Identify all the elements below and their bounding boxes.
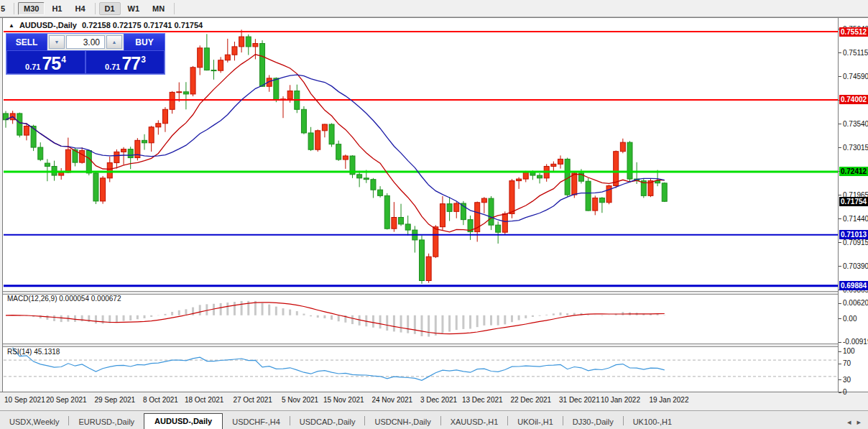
chart-tab-usdcad-daily[interactable]: USDCAD-,Daily — [290, 415, 365, 429]
price-axis-tick-label: 0.71440 — [843, 215, 868, 223]
chart-header: ▲ AUDUSD-,Daily 0.72158 0.72175 0.71741 … — [9, 21, 203, 29]
macd-axis-tick-mark — [839, 342, 841, 343]
timeframe-button-h4[interactable]: H4 — [69, 2, 91, 15]
date-axis-label: 5 Nov 2021 — [282, 396, 318, 404]
price-flag: 0.69884 — [839, 281, 868, 290]
date-axis-label: 20 Sep 2021 — [46, 396, 87, 404]
volume-increase-button[interactable]: ▲ — [106, 35, 122, 49]
sell-price-pips: 75 — [42, 55, 60, 72]
toolbar-separator — [174, 3, 175, 14]
date-axis-label: 29 Sep 2021 — [94, 396, 135, 404]
date-axis-label: 24 Nov 2021 — [371, 396, 412, 404]
price-axis-tick-mark — [839, 147, 841, 148]
date-axis-label: 3 Dec 2021 — [420, 396, 457, 404]
price-axis-tick-label: 0.70390 — [843, 262, 868, 270]
buy-price-fraction: 3 — [141, 55, 146, 65]
buy-price-prefix: 0.71 — [105, 62, 120, 72]
buy-button[interactable]: BUY — [124, 34, 165, 50]
tab-scroll-right-icon[interactable]: ▸ — [857, 418, 861, 427]
chart-tab-ukoil-h1[interactable]: UKOil-,H1 — [508, 415, 563, 429]
price-flag: 0.71754 — [839, 197, 868, 206]
volume-decrease-button[interactable]: ▼ — [49, 35, 65, 49]
rsi-axis-tick-label: 70 — [843, 359, 851, 367]
macd-axis-tick-mark — [839, 303, 841, 304]
price-axis-tick-mark — [839, 195, 841, 195]
chart-tab-usdx-weekly[interactable]: USDX,Weekly — [0, 415, 68, 429]
chart-ohlc-values: 0.72158 0.72175 0.71741 0.71754 — [82, 21, 203, 29]
buy-price-display[interactable]: 0.71 77 3 — [86, 51, 165, 73]
date-axis[interactable]: 10 Sep 202120 Sep 202129 Sep 20218 Oct 2… — [0, 392, 868, 410]
price-axis-tick-label: 0.70915 — [843, 239, 868, 246]
date-axis-label: 15 Nov 2021 — [323, 396, 364, 404]
macd-panel-separator[interactable] — [3, 291, 868, 295]
macd-axis-tick-label: 0.006201 — [843, 299, 868, 307]
collapse-arrow-icon[interactable]: ▲ — [9, 22, 14, 29]
toolbar-separator — [95, 3, 96, 14]
price-axis[interactable]: 0.756400.751150.745900.740650.735400.730… — [839, 18, 868, 392]
price-axis-tick-mark — [839, 266, 841, 267]
sell-price-fraction: 4 — [61, 55, 66, 65]
price-axis-tick-mark — [839, 218, 841, 219]
chart-tab-bar: USDX,WeeklyEURUSD-,DailyAUDUSD-,DailyUSD… — [0, 410, 868, 429]
volume-stepper: ▼ 3.00 ▲ — [47, 34, 124, 50]
date-axis-label: 13 Dec 2021 — [462, 396, 503, 404]
price-axis-tick-mark — [839, 76, 841, 77]
price-axis-tick-mark — [839, 52, 841, 53]
sell-button[interactable]: SELL — [6, 34, 47, 50]
sell-price-prefix: 0.71 — [25, 62, 40, 72]
price-axis-tick-label: 0.73015 — [843, 144, 868, 152]
mt4-window: 5M30H1H4D1W1MN ▲ AUDUSD-,Daily 0.72158 0… — [0, 0, 868, 429]
price-axis-tick-label: 0.74590 — [843, 73, 868, 80]
macd-axis-tick-label: 0.00 — [843, 315, 857, 323]
tab-scroll-left-icon[interactable]: ◂ — [847, 418, 851, 427]
timeframe-button-m30[interactable]: M30 — [18, 2, 45, 15]
date-axis-label: 18 Oct 2021 — [185, 396, 223, 404]
rsi-axis-tick-mark — [839, 392, 841, 393]
timeframe-button-w1[interactable]: W1 — [122, 2, 146, 15]
rsi-axis-tick-mark — [839, 351, 841, 352]
chart-tab-xauusd-h1[interactable]: XAUUSD-,H1 — [441, 415, 508, 429]
price-axis-tick-label: 0.75115 — [843, 49, 868, 57]
rsi-axis-tick-label: 30 — [843, 376, 851, 384]
chart-tab-audusd-daily[interactable]: AUDUSD-,Daily — [144, 413, 223, 429]
tab-scroll-arrows: ◂▸ — [847, 418, 861, 427]
rsi-label: RSI(14) 45.1318 — [7, 348, 60, 356]
date-axis-label: 10 Sep 2021 — [4, 396, 45, 404]
price-axis-tick-mark — [839, 242, 841, 243]
price-flag: 0.72412 — [839, 167, 868, 176]
chart-tab-dj30-daily[interactable]: DJ30-,Daily — [563, 415, 623, 429]
toolbar-separator — [14, 3, 14, 14]
macd-axis-tick-mark — [839, 318, 841, 319]
volume-input[interactable]: 3.00 — [66, 35, 105, 49]
rsi-axis-tick-label: 100 — [843, 347, 855, 355]
date-axis-label: 22 Dec 2021 — [510, 396, 551, 404]
chart-tab-uk100-h1[interactable]: UK100-,H1 — [624, 415, 681, 429]
timeframe-button-h1[interactable]: H1 — [46, 2, 68, 15]
price-flag: 0.71013 — [839, 230, 868, 239]
timeframe-button-5[interactable]: 5 — [0, 2, 10, 15]
date-axis-label: 19 Jan 2022 — [649, 396, 688, 404]
rsi-axis-tick-label: 0 — [843, 388, 847, 396]
rsi-axis-tick-mark — [839, 364, 841, 364]
date-axis-label: 10 Jan 2022 — [601, 396, 640, 404]
chart-tab-usdcnh-daily[interactable]: USDCNH-,Daily — [365, 415, 440, 429]
price-axis-tick-mark — [839, 124, 841, 124]
chart-tab-usdchf-h4[interactable]: USDCHF-,H4 — [223, 415, 290, 429]
timeframe-toolbar: 5M30H1H4D1W1MN — [0, 0, 868, 17]
price-flag: 0.75512 — [839, 27, 868, 37]
chart-symbol-title: AUDUSD-,Daily — [19, 21, 77, 29]
rsi-panel-separator[interactable] — [3, 343, 868, 347]
price-axis-tick-label: 0.73540 — [843, 120, 868, 128]
sell-price-display[interactable]: 0.71 75 4 — [6, 51, 86, 73]
date-axis-label: 8 Oct 2021 — [143, 396, 178, 404]
date-axis-label: 31 Dec 2021 — [559, 396, 600, 404]
chart-tab-eurusd-daily[interactable]: EURUSD-,Daily — [69, 415, 144, 429]
rsi-axis-tick-mark — [839, 379, 841, 380]
buy-price-pips: 77 — [121, 55, 140, 72]
timeframe-button-d1[interactable]: D1 — [99, 2, 121, 15]
price-flag: 0.74002 — [839, 95, 868, 104]
trade-panel: SELL ▼ 3.00 ▲ BUY 0.71 75 4 0.71 77 3 — [6, 33, 165, 75]
macd-axis-tick-label: -0.00919 — [843, 338, 868, 346]
timeframe-button-mn[interactable]: MN — [147, 2, 170, 15]
date-axis-label: 27 Oct 2021 — [233, 396, 272, 404]
